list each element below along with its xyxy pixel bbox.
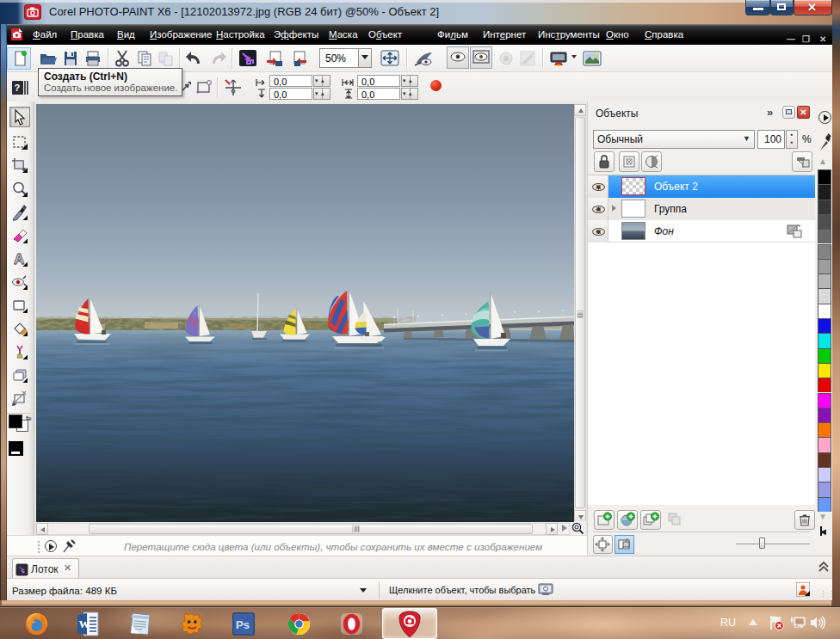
svg-text:A: A [14,251,24,267]
svg-text:W: W [79,617,90,630]
svg-text:?: ? [15,83,21,93]
svg-text:Ps: Ps [236,618,250,631]
